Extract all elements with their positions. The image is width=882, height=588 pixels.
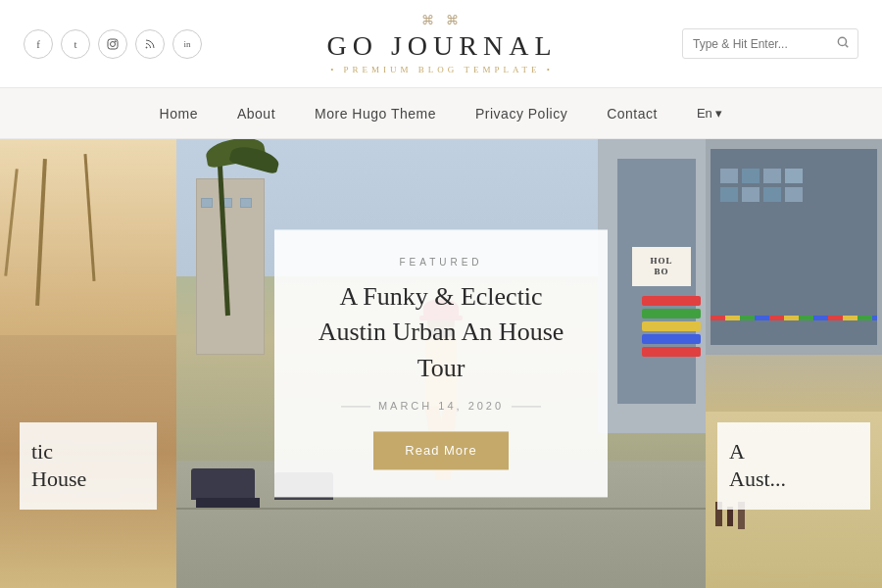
svg-point-4 [838, 37, 846, 45]
featured-card-overlay: FEATURED A Funky & Eclectic Austin Urban… [274, 229, 608, 497]
nav-item-home[interactable]: Home [160, 106, 198, 122]
nav-item-more-hugo[interactable]: More Hugo Theme [315, 106, 436, 122]
social-icons: f t in [24, 29, 202, 59]
brand: ⌘ ⌘ GO JOURNAL PREMIUM BLOG TEMPLATE [202, 13, 682, 74]
facebook-icon[interactable]: f [24, 29, 53, 59]
search-input[interactable] [693, 37, 830, 51]
card-left[interactable]: ticHouse [0, 139, 176, 588]
card-right[interactable]: AAust... [706, 139, 882, 588]
svg-point-3 [146, 47, 147, 48]
card-left-title: ticHouse [31, 438, 145, 494]
rss-icon[interactable] [135, 29, 165, 59]
card-right-overlay: AAust... [717, 422, 870, 510]
card-left-overlay: ticHouse [20, 422, 157, 510]
svg-point-1 [111, 41, 116, 46]
svg-point-2 [115, 40, 116, 41]
top-bar: f t in ⌘ ⌘ GO JOURNAL PREMIUM BLOG TEMPL… [0, 0, 882, 88]
nav-item-contact[interactable]: Contact [607, 106, 658, 122]
nav-item-privacy[interactable]: Privacy Policy [475, 106, 567, 122]
card-center[interactable]: HOLBO [176, 139, 706, 588]
nav-item-about[interactable]: About [237, 106, 275, 122]
nav-language-selector[interactable]: En ▾ [697, 106, 723, 121]
featured-label: FEATURED [310, 257, 572, 268]
linkedin-icon[interactable]: in [172, 29, 202, 59]
featured-title: A Funky & Eclectic Austin Urban An House… [310, 279, 572, 386]
search-area[interactable] [682, 28, 858, 59]
read-more-button[interactable]: Read More [373, 432, 508, 470]
search-button[interactable] [836, 35, 850, 52]
brand-leaf-decoration: ⌘ ⌘ [202, 13, 682, 28]
svg-rect-0 [108, 39, 118, 49]
featured-date: MARCH 14, 2020 [310, 401, 572, 413]
instagram-icon[interactable] [98, 29, 127, 59]
brand-title[interactable]: GO JOURNAL [202, 30, 682, 62]
nav-bar: Home About More Hugo Theme Privacy Polic… [0, 88, 882, 139]
hero-carousel: ticHouse HOLBO [0, 139, 882, 588]
twitter-icon[interactable]: t [61, 29, 90, 59]
svg-line-5 [846, 45, 849, 48]
card-right-title: AAust... [729, 438, 858, 494]
brand-subtitle: PREMIUM BLOG TEMPLATE [202, 65, 682, 74]
